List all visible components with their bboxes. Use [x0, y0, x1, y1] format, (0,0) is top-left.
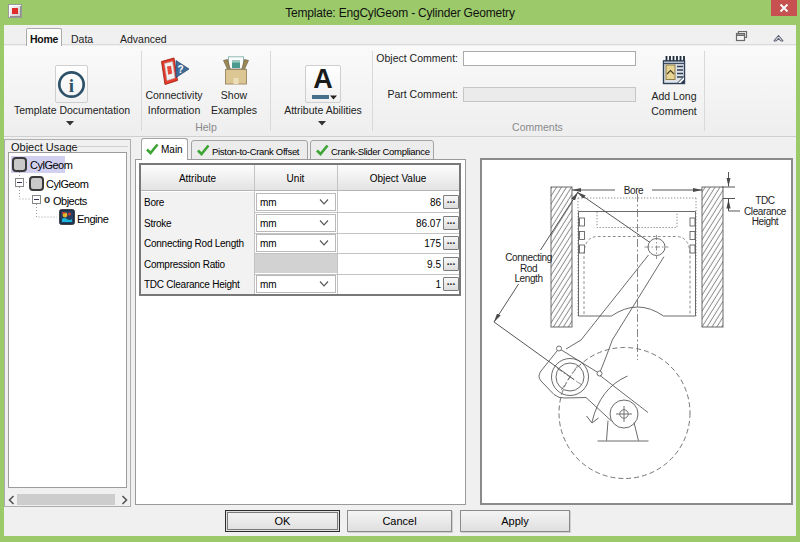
svg-text:i: i: [69, 75, 74, 96]
svg-text:Length: Length: [514, 273, 542, 284]
svg-text:Bore: Bore: [624, 185, 644, 196]
svg-text:Height: Height: [752, 216, 779, 227]
svg-text:Connecting: Connecting: [505, 252, 552, 263]
svg-text:?: ?: [177, 64, 183, 75]
svg-text:TDC: TDC: [755, 195, 775, 206]
